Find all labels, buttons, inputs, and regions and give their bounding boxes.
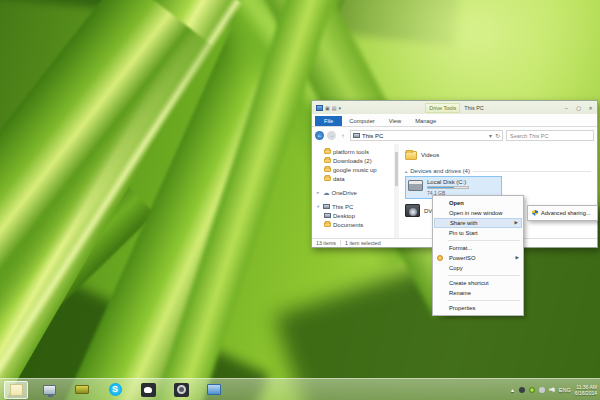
monitor-icon (43, 385, 56, 395)
close-button[interactable]: ✕ (586, 104, 595, 112)
taskbar-app-media[interactable] (70, 381, 94, 399)
nav-item-desktop[interactable]: Desktop (317, 211, 394, 220)
up-button[interactable]: ↑ (339, 133, 347, 139)
network-icon[interactable] (539, 387, 545, 393)
nav-item-data[interactable]: data (317, 174, 394, 183)
tray-icon-app[interactable] (519, 387, 525, 393)
share-with-submenu: Advanced sharing... (527, 205, 598, 221)
menu-item-create-shortcut[interactable]: Create shortcut (434, 278, 522, 288)
expander-icon[interactable]: ▾ (317, 204, 321, 209)
menu-item-pin-to-start[interactable]: Pin to Start (434, 228, 522, 238)
folder-icon (324, 176, 331, 181)
blue-monitor-icon (207, 384, 221, 395)
scrollbar-thumb[interactable] (395, 152, 398, 186)
selection-count: 1 item selected (345, 240, 381, 246)
collapse-group-icon[interactable]: ▴ (405, 169, 407, 174)
breadcrumb[interactable]: This PC (362, 133, 383, 139)
bird-icon (144, 387, 152, 393)
menu-separator (448, 275, 520, 276)
ribbon-tabs: File Computer View Manage (312, 114, 597, 127)
menu-item-open[interactable]: Open (434, 198, 522, 208)
language-indicator[interactable]: ENG (559, 387, 571, 393)
taskbar-app-skype[interactable]: S (103, 381, 127, 399)
taskbar-app-dark-circle[interactable] (169, 381, 193, 399)
hard-drive-icon (408, 180, 423, 191)
this-pc-icon (353, 133, 360, 138)
navigation-pane: platform tools Downloads (2) google musi… (312, 144, 394, 238)
menu-item-format[interactable]: Format... (434, 243, 522, 253)
maximize-button[interactable]: ▢ (574, 104, 583, 112)
menu-item-advanced-sharing[interactable]: Advanced sharing... (529, 208, 596, 218)
address-box[interactable]: This PC ▾ ↻ (350, 130, 503, 141)
volume-icon[interactable] (549, 387, 555, 393)
taskbar-app-monitor[interactable] (202, 381, 226, 399)
clock[interactable]: 11:36 AM 6/16/2014 (575, 384, 597, 396)
app-icon (316, 105, 323, 111)
notes-icon (10, 384, 23, 396)
title-bar[interactable]: ▣ ▤ ▾ Drive Tools This PC ‒ ▢ ✕ (312, 101, 597, 114)
nav-item-platform-tools[interactable]: platform tools (317, 147, 394, 156)
computer-icon (323, 204, 330, 209)
nav-item-this-pc[interactable]: ▾ This PC (317, 202, 394, 211)
poweriso-icon (437, 255, 443, 261)
address-dropdown-icon[interactable]: ▾ (489, 132, 492, 139)
system-tray: ▲ ENG 11:36 AM 6/16/2014 (510, 384, 600, 396)
nav-item-google-music[interactable]: google music up (317, 165, 394, 174)
taskbar-app-active-window[interactable] (4, 381, 28, 399)
nav-item-downloads[interactable]: Downloads (2) (317, 156, 394, 165)
folder-icon (324, 167, 331, 172)
tab-file[interactable]: File (315, 116, 342, 126)
onedrive-cloud-icon: ☁ (323, 190, 330, 195)
taskbar-app-computer[interactable] (37, 381, 61, 399)
folder-item-videos[interactable]: Videos (405, 148, 595, 162)
menu-item-rename[interactable]: Rename (434, 288, 522, 298)
taskbar: S ▲ ENG 11:36 AM 6/16/2014 (0, 378, 600, 400)
nav-item-onedrive[interactable]: ▸ ☁ OneDrive (317, 188, 394, 197)
desktop-icon (324, 213, 331, 218)
tab-manage[interactable]: Manage (408, 116, 443, 126)
properties-icon[interactable]: ▣ (325, 105, 330, 111)
group-header-devices[interactable]: ▴ Devices and drives (4) (405, 168, 595, 174)
menu-item-copy[interactable]: Copy (434, 263, 522, 273)
folder-icon (324, 149, 331, 154)
contextual-tab-header: Drive Tools (425, 103, 460, 113)
menu-separator (448, 300, 520, 301)
menu-item-poweriso[interactable]: PowerISO ▶ (434, 253, 522, 263)
customize-qat-icon[interactable]: ▾ (338, 105, 341, 111)
ring-icon (177, 385, 186, 394)
show-hidden-icons[interactable]: ▲ (510, 387, 515, 393)
tab-computer[interactable]: Computer (342, 116, 381, 126)
nav-item-documents[interactable]: Documents (317, 220, 394, 229)
videos-folder-icon (405, 151, 417, 160)
uac-shield-icon (532, 210, 538, 216)
skype-icon: S (109, 383, 122, 396)
clock-date: 6/16/2014 (575, 390, 597, 396)
menu-item-properties[interactable]: Properties (434, 303, 522, 313)
menu-separator (448, 240, 520, 241)
address-bar: ← → ↑ This PC ▾ ↻ (312, 127, 597, 144)
bird-app-tile (141, 383, 156, 397)
back-button[interactable]: ← (315, 131, 324, 140)
dark-app-tile (174, 383, 189, 397)
items-count: 13 items (316, 240, 336, 246)
folder-icon (324, 158, 331, 163)
forward-button[interactable]: → (327, 131, 336, 140)
taskbar-app-bird[interactable] (136, 381, 160, 399)
search-input[interactable] (506, 130, 594, 141)
new-folder-icon[interactable]: ▤ (332, 105, 337, 111)
dvd-drive-icon (405, 204, 420, 217)
capacity-bar (427, 186, 469, 189)
minimize-button[interactable]: ‒ (562, 104, 571, 112)
olive-app-icon (75, 385, 89, 394)
expander-icon[interactable]: ▸ (317, 190, 321, 195)
refresh-icon[interactable]: ↻ (495, 132, 500, 139)
drive-label: Local Disk (C:) (427, 179, 469, 185)
quick-access-toolbar[interactable]: ▣ ▤ ▾ (325, 105, 341, 111)
documents-icon (324, 222, 331, 227)
tab-view[interactable]: View (382, 116, 408, 126)
menu-item-open-new-window[interactable]: Open in new window (434, 208, 522, 218)
menu-item-share-with[interactable]: Share with ▶ (434, 218, 522, 228)
tray-icon-poweriso[interactable] (529, 387, 535, 393)
window-title: This PC (464, 105, 484, 111)
submenu-arrow-icon: ▶ (516, 253, 519, 263)
